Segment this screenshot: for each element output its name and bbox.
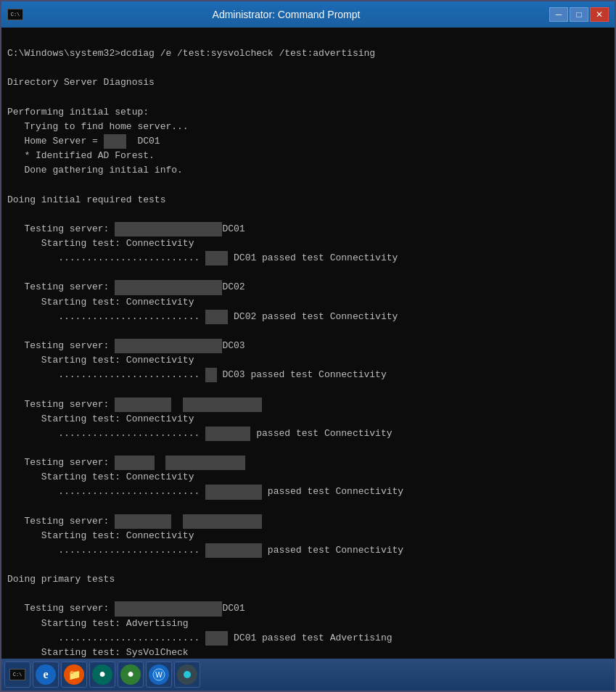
- output-line: Home Server = DC01: [7, 136, 160, 147]
- output-line: ......................... DC01 passed te…: [7, 252, 398, 263]
- terminal-output[interactable]: C:\Windows\system32>dcdiag /e /test:sysv…: [1, 28, 615, 659]
- output-line: Testing server: DC01: [7, 603, 245, 614]
- prompt: C:\Windows\system32>: [7, 48, 120, 59]
- output-line: Done gathering initial info.: [7, 165, 183, 176]
- svg-point-3: [184, 671, 191, 678]
- output-line: Testing server:: [7, 516, 262, 527]
- ie-icon: e: [36, 664, 56, 685]
- minimize-button[interactable]: ─: [549, 7, 568, 22]
- output-line: ......................... DC02 passed te…: [7, 311, 398, 322]
- output-line: Starting test: Connectivity: [7, 355, 194, 366]
- output-line: Starting test: Connectivity: [7, 413, 194, 424]
- command: dcdiag /e /test:sysvolcheck /test:advert…: [120, 48, 375, 59]
- taskbar-ie[interactable]: e: [33, 662, 59, 688]
- output-line: ......................... DC01 passed te…: [7, 633, 393, 643]
- output-line: Starting test: Connectivity: [7, 238, 194, 249]
- taskbar-app6[interactable]: [174, 662, 200, 688]
- app3-icon: ●: [92, 664, 112, 685]
- output-line: Trying to find home server...: [7, 121, 189, 132]
- output-line: Testing server:: [7, 399, 262, 410]
- output-line: ......................... DC03 passed te…: [7, 369, 387, 380]
- maximize-button[interactable]: □: [570, 7, 588, 22]
- window-title: Administrator: Command Prompt: [23, 9, 549, 20]
- output-line: Performing initial setup:: [7, 107, 149, 118]
- app4-icon: ●: [120, 664, 141, 685]
- app5-icon: W: [149, 664, 169, 685]
- explorer-icon: 📁: [64, 664, 84, 685]
- taskbar-app4[interactable]: ●: [118, 662, 144, 688]
- close-button[interactable]: ✕: [590, 7, 609, 22]
- output-line: Starting test: Connectivity: [7, 471, 194, 482]
- output-line: Starting test: SysVolCheck: [7, 647, 189, 658]
- output-line: Doing primary tests: [7, 574, 115, 585]
- output-line: Testing server: DC03: [7, 340, 245, 351]
- svg-text:W: W: [155, 671, 163, 679]
- output-line: Doing initial required tests: [7, 194, 165, 205]
- window-icon: C:\: [7, 9, 23, 20]
- output-line: * Identified AD Forest.: [7, 150, 155, 161]
- window: C:\ Administrator: Command Prompt ─ □ ✕ …: [0, 0, 616, 692]
- title-bar: C:\ Administrator: Command Prompt ─ □ ✕: [1, 1, 615, 28]
- output-line: ......................... passed test Co…: [7, 545, 403, 556]
- taskbar-app3[interactable]: ●: [89, 662, 115, 688]
- terminal-container: C:\Windows\system32>dcdiag /e /test:sysv…: [1, 28, 615, 659]
- title-bar-controls: ─ □ ✕: [549, 7, 609, 22]
- taskbar-app5[interactable]: W: [146, 662, 172, 688]
- output-line: Starting test: Connectivity: [7, 297, 194, 308]
- output-line: Testing server: DC01: [7, 223, 245, 234]
- taskbar-cmd[interactable]: C:\: [4, 662, 30, 688]
- taskbar-explorer[interactable]: 📁: [61, 662, 87, 688]
- cmd-icon: C:\: [9, 669, 25, 680]
- output-line: ......................... passed test Co…: [7, 486, 403, 497]
- output-line: Starting test: Advertising: [7, 618, 189, 629]
- title-bar-left: C:\: [7, 9, 23, 20]
- output-line: Directory Server Diagnosis: [7, 77, 155, 88]
- output-line: Testing server:: [7, 457, 245, 468]
- output-line: Starting test: Connectivity: [7, 530, 194, 541]
- output-line: Testing server: DC02: [7, 281, 245, 292]
- taskbar: C:\ e 📁 ● ● W: [1, 659, 615, 691]
- output-line: ......................... 1 passed test …: [7, 428, 393, 439]
- app6-icon: [177, 664, 197, 685]
